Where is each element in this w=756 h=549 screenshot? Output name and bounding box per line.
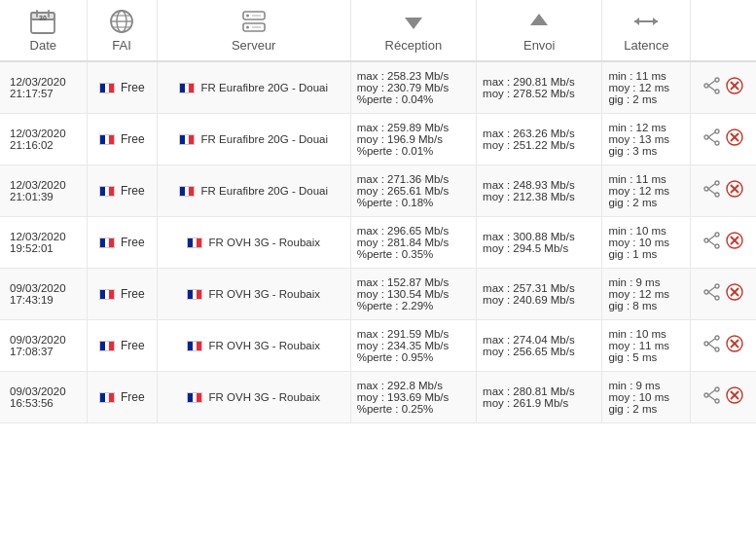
svg-line-41	[708, 189, 715, 194]
latence-line: min : 9 ms	[608, 380, 660, 391]
svg-point-63	[704, 342, 708, 346]
reception-line: %perte : 0.35%	[357, 248, 434, 260]
cell-actions	[691, 372, 756, 423]
svg-line-56	[708, 287, 715, 292]
delete-button[interactable]	[725, 334, 744, 357]
cell-actions	[691, 114, 756, 165]
delete-button[interactable]	[725, 128, 744, 151]
share-button[interactable]	[702, 231, 722, 254]
fai-label: Free	[121, 132, 145, 146]
cell-fai: Free	[87, 320, 157, 372]
table-row: 12/03/202021:16:02 Free FR Eurafibre 20G…	[0, 114, 756, 165]
cell-envoi: max : 300.88 Mb/smoy : 294.5 Mb/s	[477, 217, 602, 269]
cell-envoi: max : 290.81 Mb/smoy : 278.52 Mb/s	[477, 61, 602, 114]
svg-point-45	[715, 233, 719, 237]
reception-line: moy : 130.54 Mb/s	[357, 288, 450, 300]
svg-line-73	[708, 395, 715, 400]
envoi-line: moy : 212.38 Mb/s	[483, 191, 575, 202]
share-button[interactable]	[702, 385, 722, 409]
col-header-envoi: Envoi	[477, 0, 602, 61]
cell-fai: Free	[87, 372, 157, 423]
col-label-fai: FAI	[112, 38, 131, 53]
svg-point-29	[715, 129, 719, 133]
svg-marker-16	[405, 18, 422, 29]
cell-date: 12/03/202021:16:02	[0, 114, 87, 165]
cell-serveur: FR Eurafibre 20G - Douai	[157, 61, 350, 114]
svg-point-71	[704, 393, 708, 397]
latence-line: moy : 12 ms	[608, 288, 669, 300]
table-row: 12/03/202019:52:01 Free FR OVH 3G - Roub…	[0, 217, 756, 269]
share-button[interactable]	[702, 282, 722, 306]
delete-button[interactable]	[725, 282, 744, 306]
latence-line: moy : 11 ms	[608, 340, 669, 351]
svg-point-55	[704, 290, 708, 294]
envoi-line: max : 274.04 Mb/s	[483, 334, 575, 346]
svg-line-57	[708, 292, 715, 297]
svg-point-69	[715, 387, 719, 391]
svg-point-12	[246, 15, 249, 18]
reception-line: %perte : 2.29%	[357, 300, 434, 311]
latence-line: min : 9 ms	[608, 276, 660, 288]
envoi-line: max : 263.26 Mb/s	[483, 128, 575, 139]
reception-line: max : 291.59 Mb/s	[357, 328, 450, 340]
cell-date: 09/03/202016:53:56	[0, 372, 87, 423]
delete-button[interactable]	[725, 76, 744, 99]
reception-line: max : 292.8 Mb/s	[357, 380, 443, 391]
delete-button[interactable]	[725, 179, 744, 202]
cell-actions	[691, 61, 756, 114]
delete-button[interactable]	[725, 231, 744, 254]
svg-line-24	[708, 81, 715, 86]
cell-fai: Free	[87, 114, 157, 165]
svg-marker-20	[653, 18, 658, 25]
svg-point-38	[715, 193, 719, 197]
cell-reception: max : 152.87 Mb/smoy : 130.54 Mb/s%perte…	[350, 269, 476, 320]
envoi-line: max : 248.93 Mb/s	[483, 179, 575, 191]
col-label-envoi: Envoi	[523, 38, 556, 53]
latence-line: moy : 12 ms	[608, 82, 669, 93]
col-header-date: 30 Date	[0, 0, 87, 61]
cell-date: 09/03/202017:43:19	[0, 269, 87, 320]
reception-line: moy : 196.9 Mb/s	[357, 133, 443, 145]
cell-envoi: max : 248.93 Mb/smoy : 212.38 Mb/s	[477, 165, 602, 217]
envoi-line: moy : 278.52 Mb/s	[483, 88, 575, 99]
cell-latence: min : 10 msmoy : 10 msgig : 1 ms	[602, 217, 691, 269]
envoi-line: moy : 256.65 Mb/s	[483, 346, 575, 357]
cell-date: 12/03/202019:52:01	[0, 217, 87, 269]
svg-line-32	[708, 132, 715, 137]
svg-line-48	[708, 236, 715, 240]
fai-label: Free	[121, 287, 145, 301]
server-label: FR Eurafibre 20G - Douai	[201, 133, 328, 145]
table-row: 12/03/202021:01:39 Free FR Eurafibre 20G…	[0, 165, 756, 217]
flag-icon	[179, 134, 195, 145]
col-label-date: Date	[30, 38, 56, 53]
col-header-fai: FAI	[87, 0, 157, 61]
svg-point-22	[715, 90, 719, 93]
share-button[interactable]	[702, 128, 722, 151]
col-header-serveur: Serveur	[157, 0, 350, 61]
svg-point-13	[246, 26, 249, 29]
reception-line: %perte : 0.01%	[357, 145, 434, 157]
flag-icon	[99, 289, 115, 300]
reception-line: moy : 234.35 Mb/s	[357, 340, 450, 351]
share-button[interactable]	[702, 179, 722, 202]
share-button[interactable]	[702, 334, 722, 357]
envoi-line: moy : 240.69 Mb/s	[483, 294, 575, 306]
latence-line: gig : 2 ms	[608, 403, 657, 415]
cell-fai: Free	[87, 217, 157, 269]
cell-envoi: max : 257.31 Mb/smoy : 240.69 Mb/s	[477, 269, 602, 320]
fai-label: Free	[121, 390, 145, 404]
svg-point-53	[715, 284, 719, 288]
cell-envoi: max : 274.04 Mb/smoy : 256.65 Mb/s	[477, 320, 602, 372]
svg-point-62	[715, 348, 719, 351]
share-button[interactable]	[702, 76, 722, 99]
fai-label: Free	[121, 81, 145, 94]
cell-latence: min : 10 msmoy : 11 msgig : 5 ms	[602, 320, 691, 372]
delete-button[interactable]	[725, 385, 744, 409]
svg-marker-19	[634, 18, 639, 25]
latence-line: gig : 2 ms	[608, 197, 657, 208]
latence-line: gig : 8 ms	[608, 300, 657, 311]
latence-line: gig : 5 ms	[608, 351, 657, 363]
col-header-reception: Réception	[350, 0, 476, 61]
latence-line: min : 12 ms	[608, 122, 666, 133]
svg-point-39	[704, 187, 708, 191]
